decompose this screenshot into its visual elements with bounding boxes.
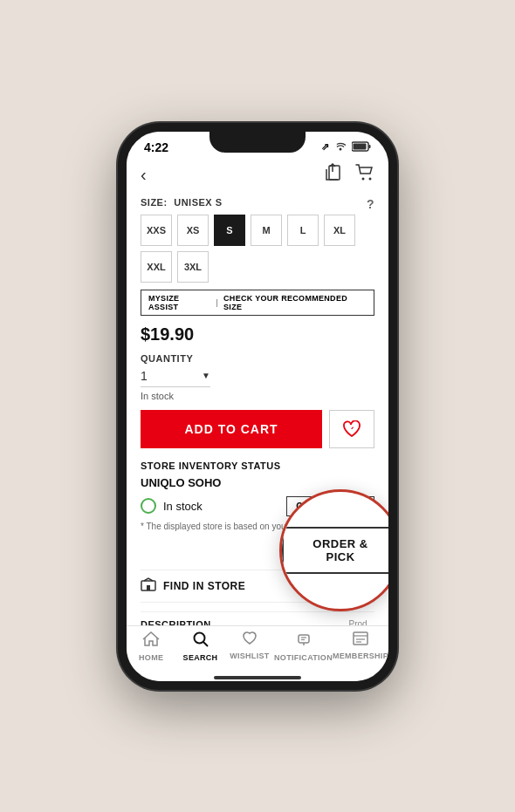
nav-bar: ‹ bbox=[127, 158, 388, 190]
size-label: SIZE: UNISEX S ? bbox=[141, 197, 374, 208]
size-xl[interactable]: XL bbox=[324, 215, 355, 246]
share-icon[interactable] bbox=[324, 163, 341, 187]
phone-notch bbox=[209, 132, 306, 153]
description-row[interactable]: DESCRIPTION Prod... bbox=[141, 612, 374, 625]
find-store-icon bbox=[141, 577, 156, 595]
mysize-bar[interactable]: MYSIZE ASSIST | CHECK YOUR RECOMMENDED S… bbox=[141, 290, 374, 316]
check-size-label: CHECK YOUR RECOMMENDED SIZE bbox=[223, 294, 367, 311]
size-xs[interactable]: XS bbox=[177, 215, 209, 246]
svg-point-5 bbox=[362, 177, 365, 180]
notification-label: NOTIFICATION bbox=[274, 653, 333, 662]
nav-wishlist[interactable]: WISHLIST bbox=[225, 631, 274, 662]
phone-frame: 4:22 ⇗ ‹ bbox=[118, 123, 397, 690]
wishlist-icon bbox=[242, 631, 258, 650]
size-xxl[interactable]: XXL bbox=[141, 251, 172, 283]
description-title: DESCRIPTION bbox=[141, 619, 211, 625]
add-to-cart-button[interactable]: ADD TO CART bbox=[141, 410, 322, 448]
quantity-label: QUANTITY bbox=[141, 353, 374, 364]
store-name: UNIQLO SOHO bbox=[141, 476, 374, 489]
nav-actions bbox=[324, 163, 374, 187]
nav-notification[interactable]: NOTIFICATION bbox=[274, 631, 333, 662]
svg-line-11 bbox=[203, 642, 208, 646]
selected-size-text: UNISEX S bbox=[174, 197, 222, 208]
svg-rect-16 bbox=[354, 632, 367, 645]
size-3xl[interactable]: 3XL bbox=[177, 251, 209, 283]
size-xxs[interactable]: XXS bbox=[141, 215, 172, 246]
home-icon bbox=[142, 631, 160, 652]
wifi-icon bbox=[333, 141, 347, 154]
membership-icon bbox=[353, 631, 368, 650]
svg-rect-12 bbox=[299, 635, 309, 643]
svg-rect-1 bbox=[369, 145, 371, 148]
size-grid: XXS XS S M L XL XXL 3XL bbox=[141, 215, 374, 283]
search-label: SEARCH bbox=[183, 653, 218, 662]
svg-point-10 bbox=[194, 632, 204, 643]
mysize-label: MYSIZE ASSIST bbox=[148, 294, 210, 311]
wishlist-button[interactable] bbox=[329, 410, 374, 448]
qty-dropdown-arrow: ▼ bbox=[202, 371, 210, 380]
search-icon bbox=[193, 631, 209, 652]
product-price: $19.90 bbox=[141, 324, 374, 345]
size-m[interactable]: M bbox=[251, 215, 282, 246]
size-help-icon[interactable]: ? bbox=[367, 197, 374, 211]
home-label: HOME bbox=[139, 653, 163, 662]
find-store-text: FIND IN STORE bbox=[163, 580, 245, 592]
size-s[interactable]: S bbox=[214, 215, 245, 246]
store-stock-text: In stock bbox=[163, 500, 203, 513]
nav-membership[interactable]: MEMBERSHIP bbox=[333, 631, 388, 662]
magnify-order-pick-button[interactable]: ORDER & PICK bbox=[282, 527, 397, 574]
home-indicator bbox=[127, 672, 388, 681]
membership-label: MEMBERSHIP bbox=[333, 652, 388, 660]
stock-indicator bbox=[141, 498, 156, 514]
magnify-circle-overlay: ORDER & PICK bbox=[279, 489, 397, 611]
location-icon: ⇗ bbox=[321, 141, 329, 153]
quantity-selector[interactable]: 1 ▼ bbox=[141, 369, 210, 387]
svg-rect-2 bbox=[354, 143, 367, 149]
status-icons: ⇗ bbox=[321, 141, 371, 154]
svg-rect-3 bbox=[329, 166, 340, 180]
quantity-value: 1 bbox=[141, 369, 202, 383]
cart-icon[interactable] bbox=[355, 164, 374, 186]
wishlist-label: WISHLIST bbox=[230, 652, 269, 660]
cart-row: ADD TO CART bbox=[141, 410, 374, 448]
nav-search[interactable]: SEARCH bbox=[175, 631, 224, 662]
status-time: 4:22 bbox=[144, 140, 168, 154]
store-section-title: STORE INVENTORY STATUS bbox=[141, 461, 374, 471]
bottom-nav: HOME SEARCH WISHLIST NOTIFICATION bbox=[127, 625, 388, 672]
size-l[interactable]: L bbox=[287, 215, 319, 246]
svg-rect-9 bbox=[147, 585, 150, 590]
battery-icon bbox=[352, 141, 371, 154]
mysize-divider: | bbox=[216, 298, 218, 307]
notification-icon bbox=[297, 631, 311, 652]
store-status-left: In stock bbox=[141, 498, 203, 514]
nav-home[interactable]: HOME bbox=[127, 631, 175, 662]
back-button[interactable]: ‹ bbox=[141, 165, 147, 185]
svg-point-6 bbox=[369, 177, 372, 180]
stock-status-text: In stock bbox=[141, 391, 374, 401]
home-bar bbox=[214, 676, 301, 679]
